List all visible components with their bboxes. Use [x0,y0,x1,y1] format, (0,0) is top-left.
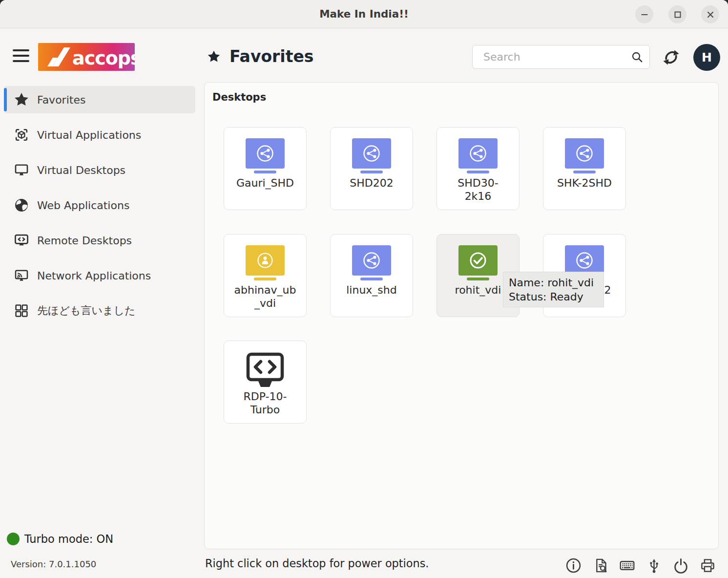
sidebar-item-custom-group[interactable]: 先ほども言いました [4,297,195,324]
desktop-tile[interactable]: Gauri_SHD [224,127,307,210]
tooltip-status-line: Status: Ready [509,290,598,304]
usb-icon[interactable] [646,557,662,574]
status-hint: Right click on desktop for power options… [205,557,429,570]
maximize-button[interactable] [668,5,686,23]
desktop-tile-label: abhinav_ub_vdi [232,283,298,310]
remote-desktop-icon [14,233,29,248]
section-title: Desktops [212,91,266,103]
svg-text:accops: accops [72,47,135,69]
titlebar: Make In India!! [0,0,728,28]
turbo-status-label: Turbo mode: ON [24,533,113,545]
printer-icon[interactable] [700,557,716,574]
shared-desktop-icon [246,138,285,174]
virtual-applications-icon [14,127,29,143]
desktop-tile-label: RDP-10-Turbo [232,390,298,416]
close-button[interactable] [701,5,719,23]
desktop-tile-label: Gauri_SHD [236,176,294,190]
sidebar-item-label: Favorites [37,94,85,106]
page-title: Favorites [229,47,313,66]
desktop-tile[interactable]: RDP-10-Turbo [224,341,307,424]
sidebar-item-label: Remote Desktops [37,235,132,247]
maximize-icon [673,10,683,20]
desktop-tile[interactable]: linux_shd [330,234,413,317]
accops-logo: accops [38,43,135,71]
sidebar-item-label: Web Applications [37,199,129,212]
app-window: Make In India!! accops Favorites Virtual… [0,0,728,578]
accops-logo-graphic: accops [38,43,135,71]
info-icon[interactable] [565,557,582,574]
user-desktop-icon [246,245,285,281]
desktop-tile-label: rohit_vdi [455,283,501,297]
statusbar-icons [565,557,716,574]
turbo-mode-status: Turbo mode: ON [7,533,113,545]
shared-desktop-icon [352,245,391,281]
sidebar-item-network-applications[interactable]: Network Applications [4,262,195,289]
search-icon[interactable] [631,51,644,64]
desktop-tooltip: Name: rohit_vdi Status: Ready [503,272,604,307]
window-title: Make In India!! [0,0,728,28]
desktop-tile[interactable]: abhinav_ub_vdi [224,234,307,317]
refresh-icon[interactable] [660,46,683,69]
desktop-tile-label: linux_shd [346,283,397,297]
desktop-tile-label: SHK-2SHD [557,176,612,190]
close-icon [706,10,715,20]
desktop-tile[interactable]: SHD202 [330,127,413,210]
sidebar-item-virtual-desktops[interactable]: Virtual Desktops [4,156,195,184]
content-panel: Desktops Gauri_SHD SHD202 SHD30-2k16 SHK… [204,82,719,549]
desktop-tile-label: SHD30-2k16 [445,176,511,203]
log-search-icon[interactable] [592,557,608,574]
version-label: Version: 7.0.1.1050 [11,559,96,569]
sidebar: Favorites Virtual Applications Virtual D… [0,86,204,332]
hamburger-menu-icon[interactable] [13,49,29,62]
minimize-button[interactable] [635,5,653,23]
sidebar-item-label: 先ほども言いました [37,303,136,318]
keyboard-icon[interactable] [619,557,635,574]
turbo-status-dot [7,533,20,545]
rdp-desktop-icon [246,352,285,388]
network-applications-icon [14,268,29,283]
sidebar-item-label: Virtual Applications [37,129,141,141]
minimize-icon [640,10,649,20]
star-icon [207,50,221,64]
monitor-icon [14,162,29,178]
sidebar-item-label: Network Applications [37,270,151,282]
tooltip-name-line: Name: rohit_vdi [509,276,598,290]
globe-icon [14,197,29,213]
avatar-initial: H [702,50,712,64]
sidebar-item-label: Virtual Desktops [37,164,125,176]
shared-desktop-icon [565,138,604,174]
sidebar-item-virtual-applications[interactable]: Virtual Applications [4,121,195,149]
search-box [472,45,650,69]
search-input[interactable] [473,45,649,68]
shared-desktop-icon [458,138,498,174]
desktop-tile-label: SHD202 [350,176,393,190]
sidebar-item-remote-desktops[interactable]: Remote Desktops [4,227,195,254]
desktop-tile[interactable]: SHK-2SHD [543,127,626,210]
ready-desktop-icon [458,245,498,281]
shared-desktop-icon [352,138,391,174]
desktop-tile[interactable]: SHD30-2k16 [437,127,520,210]
avatar[interactable]: H [693,44,720,71]
power-icon[interactable] [673,557,689,574]
sidebar-item-web-applications[interactable]: Web Applications [4,192,195,219]
sidebar-item-favorites[interactable]: Favorites [4,86,195,113]
star-icon [14,92,29,107]
grid-icon [14,303,29,319]
